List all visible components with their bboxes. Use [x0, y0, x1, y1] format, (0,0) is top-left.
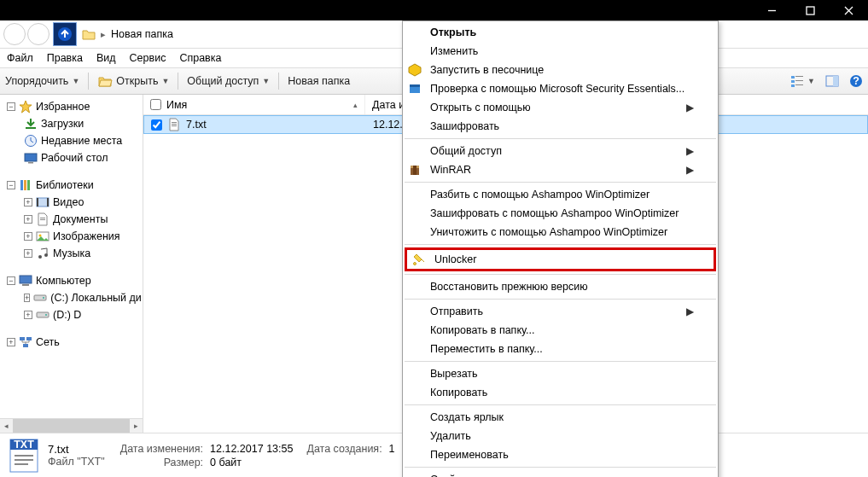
ctx-wo-split[interactable]: Разбить с помощью Ashampoo WinOptimizer	[403, 185, 718, 204]
scroll-right-icon[interactable]: ▸	[130, 419, 143, 433]
svg-rect-3	[795, 76, 803, 77]
menu-file[interactable]: Файл	[7, 52, 33, 64]
tree-libraries[interactable]: −Библиотеки	[2, 177, 141, 194]
toolbar-new-folder[interactable]: Новая папка	[288, 75, 350, 87]
svg-rect-19	[27, 180, 30, 190]
txt-file-icon: TXT	[9, 438, 39, 474]
svg-rect-15	[25, 154, 37, 161]
ctx-create-shortcut[interactable]: Создать ярлык	[403, 408, 718, 427]
tree-drive-d[interactable]: +(D:) D	[2, 306, 141, 323]
maximize-button[interactable]	[791, 0, 830, 20]
download-icon	[24, 117, 38, 131]
horizontal-scrollbar[interactable]: ◂ ▸	[0, 418, 143, 433]
ctx-rename[interactable]: Переименовать	[403, 445, 718, 464]
collapse-icon[interactable]: −	[7, 181, 15, 189]
desktop-icon	[24, 151, 38, 165]
menu-view[interactable]: Вид	[96, 52, 116, 64]
ctx-edit[interactable]: Изменить	[403, 42, 718, 61]
toolbar-preview-pane[interactable]	[825, 74, 839, 88]
ctx-mse-scan[interactable]: Проверка с помощью Microsoft Security Es…	[403, 79, 718, 98]
ctx-properties[interactable]: Свойства	[403, 470, 718, 477]
tree-computer[interactable]: −Компьютер	[2, 272, 141, 289]
ctx-delete[interactable]: Удалить	[403, 427, 718, 445]
details-size-value: 0 байт	[210, 457, 293, 468]
libraries-icon	[19, 178, 32, 192]
expand-icon[interactable]: +	[24, 249, 32, 258]
ctx-sandbox[interactable]: Запустить в песочнице	[403, 61, 718, 79]
scroll-left-icon[interactable]: ◂	[0, 419, 13, 433]
svg-rect-40	[172, 125, 177, 126]
menu-edit[interactable]: Правка	[47, 52, 83, 64]
tree-recent[interactable]: Недавние места	[2, 132, 141, 149]
tree-network[interactable]: +Сеть	[2, 334, 141, 351]
nav-up-button[interactable]	[53, 22, 77, 46]
tree-drive-c[interactable]: +(C:) Локальный ди	[2, 289, 141, 306]
toolbar-organize[interactable]: Упорядочить▼	[5, 75, 79, 87]
tree-documents[interactable]: +Документы	[2, 211, 141, 228]
menu-help[interactable]: Справка	[179, 52, 221, 64]
tree-desktop[interactable]: Рабочий стол	[2, 149, 141, 166]
pictures-icon	[36, 230, 50, 243]
expand-icon[interactable]: +	[7, 338, 15, 346]
column-name[interactable]: Имя ▴	[143, 95, 365, 114]
ctx-wo-encrypt[interactable]: Зашифровать с помощью Ashampoo WinOptimi…	[403, 204, 718, 223]
expand-icon[interactable]: +	[24, 215, 32, 224]
svg-rect-23	[40, 218, 45, 218]
close-button[interactable]	[830, 0, 868, 20]
toolbar-view-mode[interactable]: ▼	[790, 74, 815, 88]
ctx-copy[interactable]: Копировать	[403, 383, 718, 402]
svg-rect-13	[26, 127, 36, 129]
ctx-open-with[interactable]: Открыть с помощью▶	[403, 98, 718, 117]
nav-forward-button[interactable]	[27, 23, 50, 45]
breadcrumb-folder[interactable]: Новая папка	[111, 28, 173, 40]
svg-rect-38	[172, 122, 177, 123]
drive-icon	[33, 291, 47, 305]
svg-rect-9	[833, 76, 838, 86]
clock-icon	[24, 134, 38, 148]
ctx-open[interactable]: Открыть	[403, 23, 718, 42]
expand-icon[interactable]: +	[24, 294, 30, 302]
ctx-move-to-folder[interactable]: Переместить в папку...	[403, 340, 718, 358]
ctx-send-to[interactable]: Отправить▶	[403, 302, 718, 321]
select-all-checkbox[interactable]	[150, 99, 161, 110]
ctx-winrar[interactable]: WinRAR▶	[403, 160, 718, 179]
ctx-unlocker[interactable]: Unlocker	[407, 250, 714, 269]
ctx-cut[interactable]: Вырезать	[403, 364, 718, 383]
ctx-share[interactable]: Общий доступ▶	[403, 142, 718, 160]
navigation-tree[interactable]: −Избранное Загрузки Недавние места Рабоч…	[0, 95, 143, 433]
svg-text:?: ?	[853, 75, 859, 87]
scroll-thumb[interactable]	[13, 419, 129, 433]
svg-rect-29	[20, 276, 32, 283]
menu-service[interactable]: Сервис	[130, 52, 166, 64]
folder-icon	[82, 28, 96, 40]
ctx-encrypt[interactable]: Зашифровать	[403, 117, 718, 136]
ctx-wo-destroy[interactable]: Уничтожить с помощью Ashampoo WinOptimiz…	[403, 223, 718, 241]
file-checkbox[interactable]	[151, 119, 162, 131]
expand-icon[interactable]: +	[24, 311, 32, 319]
toolbar-share[interactable]: Общий доступ▼	[187, 75, 270, 87]
svg-rect-6	[791, 84, 795, 87]
svg-rect-36	[26, 337, 32, 340]
nav-back-button[interactable]	[3, 23, 26, 45]
expand-icon[interactable]: +	[24, 198, 32, 207]
tree-images[interactable]: +Изображения	[2, 228, 141, 245]
collapse-icon[interactable]: −	[7, 102, 15, 111]
breadcrumb[interactable]: ▸ Новая папка	[82, 28, 173, 40]
details-created-value: 1	[389, 443, 395, 455]
tree-music[interactable]: +Музыка	[2, 245, 141, 262]
expand-icon[interactable]: +	[24, 232, 32, 241]
toolbar-help[interactable]: ?	[849, 74, 863, 88]
chevron-down-icon: ▼	[161, 77, 169, 85]
tree-video[interactable]: +Видео	[2, 194, 141, 211]
tree-downloads[interactable]: Загрузки	[2, 115, 141, 132]
toolbar-open[interactable]: Открыть▼	[97, 73, 169, 89]
ctx-restore-version[interactable]: Восстановить прежнюю версию	[403, 277, 718, 296]
minimize-button[interactable]	[753, 0, 791, 20]
svg-rect-24	[40, 219, 45, 220]
tree-favorites[interactable]: −Избранное	[2, 98, 141, 115]
collapse-icon[interactable]: −	[7, 276, 15, 285]
computer-icon	[19, 274, 32, 288]
svg-rect-39	[172, 124, 177, 125]
ctx-copy-to-folder[interactable]: Копировать в папку...	[403, 321, 718, 340]
details-filename: 7.txt	[48, 443, 105, 456]
